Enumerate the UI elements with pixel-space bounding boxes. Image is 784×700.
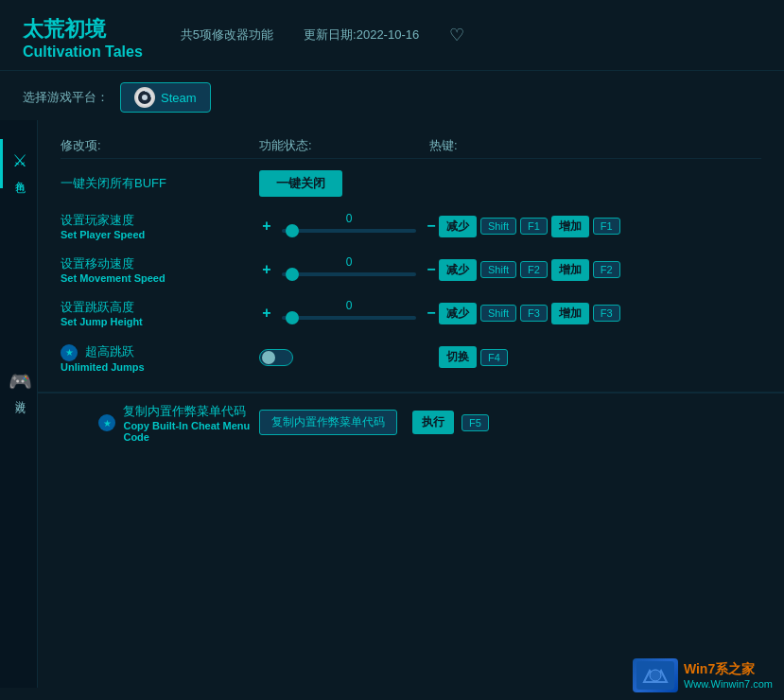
increase-btn-1[interactable]: 增加 bbox=[551, 216, 589, 237]
mod-row-3: 设置跳跃高度 Set Jump Height + 0 − 减少 Shift F3… bbox=[61, 291, 761, 335]
steam-platform-button[interactable]: Steam bbox=[120, 82, 211, 113]
mod-zh-1: 设置玩家速度 bbox=[61, 212, 259, 229]
main-content: ⚔ 角色 🎮 游戏 修改项: 功能状态: 热键: 一键关闭所有BUFF bbox=[0, 120, 784, 688]
header-meta: 共5项修改器功能 更新日期:2022-10-16 ♡ bbox=[181, 25, 464, 45]
slider-thumb-3 bbox=[286, 311, 299, 324]
mod-en-1: Set Player Speed bbox=[61, 229, 259, 240]
steam-logo-icon bbox=[134, 87, 155, 108]
slider-minus-3[interactable]: − bbox=[424, 305, 439, 322]
mod-control-2: + 0 − bbox=[259, 261, 439, 278]
slider-value-3: 0 bbox=[346, 299, 353, 312]
slider-thumb-2 bbox=[286, 268, 299, 281]
col-status: 功能状态: bbox=[259, 137, 429, 154]
fn-key-4: F4 bbox=[480, 349, 508, 366]
fn-increase-2: F2 bbox=[593, 261, 620, 278]
mod-hotkey-2: 减少 Shift F2 增加 F2 bbox=[439, 259, 620, 281]
mod-control-0: 一键关闭 bbox=[259, 170, 429, 197]
shift-key-2: Shift bbox=[480, 261, 516, 278]
col-mod-name: 修改项: bbox=[61, 137, 259, 154]
mod-count: 共5项修改器功能 bbox=[181, 26, 273, 44]
mod-zh-2: 设置移动速度 bbox=[61, 255, 259, 272]
favorite-icon[interactable]: ♡ bbox=[449, 25, 464, 45]
mod-name-3: 设置跳跃高度 Set Jump Height bbox=[61, 299, 259, 327]
watermark-logo bbox=[633, 658, 678, 692]
shift-key-3: Shift bbox=[480, 305, 516, 322]
col-hotkey: 热键: bbox=[429, 137, 458, 154]
game-title-en: Cultivation Tales bbox=[23, 44, 143, 61]
svg-point-1 bbox=[142, 95, 148, 100]
update-date: 更新日期:2022-10-16 bbox=[304, 26, 419, 44]
shift-key-1: Shift bbox=[480, 218, 516, 235]
mod-en-3: Set Jump Height bbox=[61, 316, 259, 327]
mod-en-4: Unlimited Jumps bbox=[61, 361, 259, 373]
cheat-en-2: Code bbox=[123, 431, 250, 443]
slider-plus-2[interactable]: + bbox=[259, 261, 274, 278]
sidebar-game-label: 游戏 bbox=[13, 393, 27, 396]
slider-minus-1[interactable]: − bbox=[424, 218, 439, 235]
fn-key-game: F5 bbox=[462, 414, 489, 431]
header-title: 太荒初境 Cultivation Tales bbox=[23, 15, 143, 61]
slider-value-2: 0 bbox=[346, 255, 353, 269]
mod-en-2: Set Movement Speed bbox=[61, 272, 259, 284]
mod-zh-3: 设置跳跃高度 bbox=[61, 299, 259, 316]
slider-track-1[interactable]: 0 bbox=[282, 229, 416, 233]
mod-name-1: 设置玩家速度 Set Player Speed bbox=[61, 212, 259, 240]
mod-zh-4: 超高跳跃 bbox=[85, 344, 134, 359]
column-headers: 修改项: 功能状态: 热键: bbox=[61, 131, 761, 159]
fn-decrease-3: F3 bbox=[520, 305, 548, 322]
copy-cheat-button[interactable]: 复制内置作弊菜单代码 bbox=[259, 410, 397, 435]
slider-track-2[interactable]: 0 bbox=[282, 272, 416, 276]
fn-increase-1: F1 bbox=[593, 218, 620, 235]
game-title-zh: 太荒初境 bbox=[23, 15, 143, 44]
mod-hotkey-4: 切换 F4 bbox=[439, 346, 508, 368]
cheat-zh: 复制内置作弊菜单代码 bbox=[123, 403, 250, 420]
exec-button[interactable]: 执行 bbox=[412, 411, 454, 434]
increase-btn-3[interactable]: 增加 bbox=[551, 303, 589, 324]
fn-decrease-2: F2 bbox=[520, 261, 548, 278]
mod-name-0: 一键关闭所有BUFF bbox=[61, 175, 259, 192]
mod-name-4: ★ 超高跳跃 Unlimited Jumps bbox=[61, 342, 259, 373]
mod-name-2: 设置移动速度 Set Movement Speed bbox=[61, 255, 259, 284]
decrease-btn-1[interactable]: 减少 bbox=[439, 216, 477, 237]
mod-row-2: 设置移动速度 Set Movement Speed + 0 − 减少 Shift… bbox=[61, 248, 761, 291]
increase-btn-2[interactable]: 增加 bbox=[551, 259, 589, 281]
mod-row-0: 一键关闭所有BUFF 一键关闭 bbox=[61, 163, 761, 204]
mod-zh-0: 一键关闭所有BUFF bbox=[61, 175, 259, 192]
slider-track-3[interactable]: 0 bbox=[282, 316, 416, 320]
star-badge-game: ★ bbox=[98, 414, 115, 431]
mod-row-1: 设置玩家速度 Set Player Speed + 0 − 减少 Shift F… bbox=[61, 204, 761, 248]
header: 太荒初境 Cultivation Tales 共5项修改器功能 更新日期:202… bbox=[0, 0, 784, 71]
mod-control-4 bbox=[259, 349, 439, 366]
slider-plus-1[interactable]: + bbox=[259, 218, 274, 235]
sidebar-item-character[interactable]: ⚔ 角色 bbox=[0, 139, 37, 188]
toggle-off-button-0[interactable]: 一键关闭 bbox=[259, 170, 342, 197]
content-panel: 修改项: 功能状态: 热键: 一键关闭所有BUFF 一键关闭 设置玩家速度 Se… bbox=[38, 120, 784, 688]
watermark-line2: Www.Winwin7.com bbox=[684, 678, 773, 690]
toggle-switch-4[interactable] bbox=[259, 349, 293, 366]
decrease-btn-3[interactable]: 减少 bbox=[439, 303, 477, 324]
fn-decrease-1: F1 bbox=[520, 218, 548, 235]
sidebar: ⚔ 角色 🎮 游戏 bbox=[0, 120, 38, 688]
watermark-line1: Win7系之家 bbox=[684, 661, 773, 678]
sidebar-character-label: 角色 bbox=[13, 173, 27, 177]
steam-button-label: Steam bbox=[161, 91, 197, 105]
mod-hotkey-1: 减少 Shift F1 增加 F1 bbox=[439, 216, 620, 237]
platform-label: 选择游戏平台： bbox=[23, 89, 109, 106]
sidebar-item-game[interactable]: 🎮 游戏 bbox=[0, 359, 37, 408]
platform-row: 选择游戏平台： Steam bbox=[0, 71, 784, 120]
cheat-name-col: ★ 复制内置作弊菜单代码 Copy Built-In Cheat Menu Co… bbox=[61, 403, 259, 443]
slider-thumb-1 bbox=[286, 224, 299, 237]
slider-value-1: 0 bbox=[346, 212, 353, 225]
slider-minus-2[interactable]: − bbox=[424, 261, 439, 278]
mod-hotkey-3: 减少 Shift F3 增加 F3 bbox=[439, 303, 620, 324]
cheat-controls: 复制内置作弊菜单代码 执行 F5 bbox=[259, 410, 489, 435]
toggle-fn-btn-4[interactable]: 切换 bbox=[439, 346, 477, 368]
slider-plus-3[interactable]: + bbox=[259, 305, 274, 322]
decrease-btn-2[interactable]: 减少 bbox=[439, 259, 477, 281]
watermark-text: Win7系之家 Www.Winwin7.com bbox=[684, 661, 773, 690]
fn-increase-3: F3 bbox=[593, 305, 620, 322]
mod-row-4: ★ 超高跳跃 Unlimited Jumps 切换 F4 bbox=[61, 335, 761, 380]
mod-control-3: + 0 − bbox=[259, 305, 439, 322]
game-icon: 🎮 bbox=[9, 370, 32, 393]
cheat-en-1: Copy Built-In Cheat Menu bbox=[123, 420, 250, 431]
